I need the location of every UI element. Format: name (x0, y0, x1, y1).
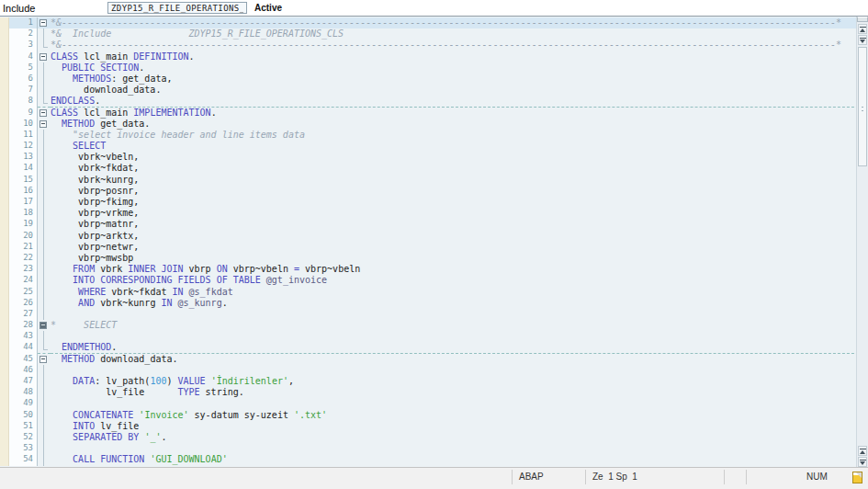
line-number[interactable]: 1 (9, 17, 38, 28)
code-text[interactable]: vbrk~vbeln, (51, 152, 868, 163)
breakpoint-margin[interactable] (0, 219, 9, 230)
line-number[interactable]: 27 (9, 309, 38, 320)
breakpoint-margin[interactable] (0, 398, 9, 409)
code-text[interactable]: * SELECT (51, 320, 868, 331)
breakpoint-margin[interactable] (0, 85, 9, 96)
scroll-page-up-button[interactable] (858, 35, 867, 45)
code-text[interactable]: METHODS: get_data, (51, 74, 868, 85)
line-number[interactable]: 22 (9, 253, 38, 264)
scrollbar-thumb[interactable] (858, 47, 867, 166)
breakpoint-margin[interactable] (0, 421, 9, 432)
breakpoint-margin[interactable] (0, 231, 9, 242)
code-text[interactable]: CALL FUNCTION 'GUI_DOWNLOAD' (51, 454, 868, 465)
fold-collapse-icon[interactable] (39, 120, 47, 128)
code-text[interactable]: vbrp~netwr, (51, 242, 868, 253)
breakpoint-margin[interactable] (0, 163, 9, 174)
line-number[interactable]: 3 (9, 40, 38, 51)
code-text[interactable]: CLASS lcl_main DEFINITION. (51, 51, 868, 63)
line-number[interactable]: 46 (9, 365, 38, 376)
line-number[interactable]: 15 (9, 175, 38, 186)
line-number[interactable]: 49 (9, 398, 38, 409)
code-text[interactable]: METHOD download_data. (51, 354, 868, 365)
code-text[interactable]: FROM vbrk INNER JOIN vbrp ON vbrp~vbeln … (51, 264, 868, 275)
code-text[interactable]: vbrk~kunrg, (51, 175, 868, 186)
code-text[interactable]: vbrp~vrkme, (51, 208, 868, 219)
line-number[interactable]: 52 (9, 432, 38, 443)
breakpoint-margin[interactable] (0, 175, 9, 186)
breakpoint-margin[interactable] (0, 264, 9, 275)
line-number[interactable]: 26 (9, 298, 38, 309)
breakpoint-margin[interactable] (0, 28, 9, 40)
breakpoint-margin[interactable] (0, 108, 9, 119)
breakpoint-margin[interactable] (0, 96, 9, 107)
breakpoint-margin[interactable] (0, 130, 9, 141)
breakpoint-margin[interactable] (0, 331, 9, 342)
fold-collapse-icon[interactable] (39, 356, 47, 363)
line-number[interactable]: 25 (9, 287, 38, 298)
line-number[interactable]: 51 (9, 421, 38, 432)
status-note-icon[interactable] (852, 472, 862, 483)
fold-collapse-icon[interactable] (39, 19, 47, 27)
code-text[interactable] (51, 331, 868, 342)
code-text[interactable]: ENDCLASS. (51, 96, 868, 107)
breakpoint-margin[interactable] (0, 63, 9, 74)
code-text[interactable]: SEPARATED BY '_'. (51, 432, 868, 443)
code-text[interactable]: METHOD get_data. (51, 119, 868, 130)
line-number[interactable]: 8 (9, 96, 38, 107)
fold-collapse-icon[interactable] (39, 109, 47, 117)
vertical-scrollbar[interactable] (856, 17, 868, 467)
breakpoint-margin[interactable] (0, 152, 9, 163)
code-text[interactable]: PUBLIC SECTION. (51, 63, 868, 74)
code-text[interactable]: CONCATENATE 'Invoice' sy-datum sy-uzeit … (51, 410, 868, 421)
breakpoint-margin[interactable] (0, 387, 9, 398)
fold-collapse-icon[interactable] (39, 53, 47, 61)
breakpoint-margin[interactable] (0, 365, 9, 376)
line-number[interactable]: 11 (9, 130, 38, 141)
code-text[interactable] (51, 398, 868, 409)
line-number[interactable]: 19 (9, 219, 38, 230)
breakpoint-margin[interactable] (0, 51, 9, 63)
line-number[interactable]: 10 (9, 119, 38, 130)
breakpoint-margin[interactable] (0, 119, 9, 130)
breakpoint-margin[interactable] (0, 275, 9, 286)
breakpoint-margin[interactable] (0, 40, 9, 51)
line-number[interactable]: 5 (9, 63, 38, 74)
code-text[interactable]: vbrp~arktx, (51, 231, 868, 242)
splitter-grip[interactable] (857, 17, 868, 22)
line-number[interactable]: 54 (9, 454, 38, 465)
line-number[interactable]: 18 (9, 208, 38, 219)
code-text[interactable] (51, 365, 868, 376)
breakpoint-margin[interactable] (0, 342, 9, 353)
scroll-page-down-button[interactable] (858, 446, 867, 456)
breakpoint-margin[interactable] (0, 197, 9, 208)
breakpoint-margin[interactable] (0, 298, 9, 309)
code-text[interactable]: download_data. (51, 85, 868, 96)
line-number[interactable]: 24 (9, 275, 38, 286)
breakpoint-margin[interactable] (0, 410, 9, 421)
code-text[interactable]: vbrp~mwsbp (51, 253, 868, 264)
breakpoint-margin[interactable] (0, 454, 9, 465)
scrollbar-track[interactable] (858, 47, 867, 443)
breakpoint-margin[interactable] (0, 443, 9, 454)
line-number[interactable]: 14 (9, 163, 38, 174)
code-text[interactable]: vbrp~fkimg, (51, 197, 868, 208)
scroll-line-up-button[interactable] (858, 24, 867, 34)
scroll-line-down-button[interactable] (858, 457, 867, 467)
code-text[interactable]: vbrp~posnr, (51, 186, 868, 197)
code-text[interactable]: *& Include ZDYP15_R_FILE_OPERATIONS_CLS (51, 28, 868, 40)
breakpoint-margin[interactable] (0, 242, 9, 253)
code-text[interactable]: AND vbrk~kunrg IN @s_kunrg. (51, 298, 868, 309)
line-number[interactable]: 12 (9, 141, 38, 152)
code-text[interactable]: lv_file TYPE string. (51, 387, 868, 398)
code-text[interactable]: "select invoice header and line items da… (51, 130, 868, 141)
line-number[interactable]: 2 (9, 28, 38, 40)
line-number[interactable]: 44 (9, 342, 38, 353)
breakpoint-margin[interactable] (0, 354, 9, 365)
code-text[interactable]: vbrk~fkdat, (51, 163, 868, 174)
line-number[interactable]: 9 (9, 108, 38, 119)
line-number[interactable]: 50 (9, 410, 38, 421)
line-number[interactable]: 6 (9, 74, 38, 85)
line-number[interactable]: 53 (9, 443, 38, 454)
code-text[interactable]: *&--------------------------------------… (51, 17, 868, 28)
line-number[interactable]: 28 (9, 320, 38, 331)
